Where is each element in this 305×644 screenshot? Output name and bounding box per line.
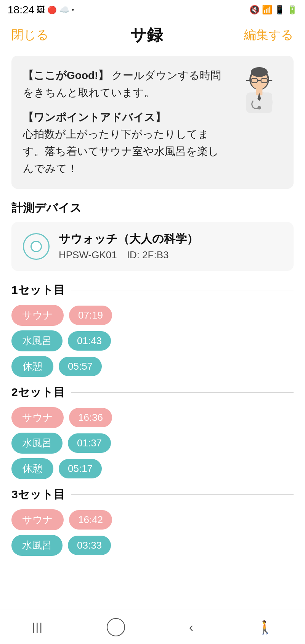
cloud-icon: ☁️ [59,5,69,15]
device-icon-inner [30,241,42,252]
set-title-1: 1セット目 [11,282,65,298]
circle-icon: 🔴 [47,5,57,14]
tag-sauna: サウナ [11,305,64,326]
device-info: サウォッチ（大人の科学） HPSW-GK01 ID: 2F:B3 [59,231,198,262]
bottom-nav: ||| ‹ 🚶 [0,610,305,644]
close-button[interactable]: 閉じる [11,27,49,43]
set-row: サウナ07:19 [11,305,294,326]
set-title-2: 2セット目 [11,385,65,400]
doctor-icon [236,67,282,113]
set-divider-3 [71,494,294,495]
advice-body: 心拍数が上がったり下がったりしてます。落ち着いてサウナ室や水風呂を楽しんでみて！ [23,128,219,174]
set-section-1: 1セット目サウナ07:19水風呂01:43休憩05:57 [11,282,294,377]
set-row: 水風呂03:33 [11,535,294,556]
nav-back-button[interactable]: ||| [32,621,43,634]
dot-icon: • [72,6,74,14]
tag-rest: 休憩 [11,356,53,377]
device-section-label: 計測デバイス [11,200,294,216]
edit-button[interactable]: 編集する [244,27,294,43]
time-badge-rest: 05:17 [59,459,102,478]
device-id: HPSW-GK01 ID: 2F:B3 [59,248,198,262]
tag-water: 水風呂 [11,330,63,351]
time-badge-sauna: 16:36 [69,408,112,427]
set-row: サウナ16:36 [11,407,294,428]
header: 閉じる サ録 編集する [0,18,305,52]
set-section-3: 3セット目サウナ16:42水風呂03:33 [11,487,294,556]
advice-card: 【ここがGood!】 クールダウンする時間をきちんと取れています。 【ワンポイン… [11,56,294,189]
tag-water: 水風呂 [11,433,63,454]
svg-point-2 [251,67,268,77]
set-row: 水風呂01:43 [11,330,294,351]
set-row: 休憩05:17 [11,458,294,479]
time-badge-sauna: 16:42 [69,510,112,530]
set-divider-2 [71,392,294,393]
tag-rest: 休憩 [11,458,53,479]
set-divider-1 [71,290,294,291]
device-icon [23,233,50,260]
set-row: 休憩05:57 [11,356,294,377]
advice-text: 【ここがGood!】 クールダウンする時間をきちんと取れています。 【ワンポイン… [23,67,229,177]
signal-icon: 📱 [274,5,285,15]
nav-home-button[interactable] [107,618,125,636]
wifi-icon: 📶 [262,5,272,15]
photo-icon: 🖼 [37,5,45,15]
set-items-2: サウナ16:36水風呂01:37休憩05:17 [11,407,294,479]
status-icons: 🔇 📶 📱 🔋 [249,5,297,15]
set-row: 水風呂01:37 [11,433,294,454]
set-header-3: 3セット目 [11,487,294,502]
set-title-3: 3セット目 [11,487,65,502]
tag-sauna: サウナ [11,407,64,428]
time-text: 18:24 [8,4,34,16]
set-header-2: 2セット目 [11,385,294,400]
tag-water: 水風呂 [11,535,63,556]
mute-icon: 🔇 [249,5,260,15]
status-time: 18:24 🖼 🔴 ☁️ • [8,4,74,16]
device-card: サウォッチ（大人の科学） HPSW-GK01 ID: 2F:B3 [11,222,294,271]
set-items-3: サウナ16:42水風呂03:33 [11,509,294,556]
set-row: サウナ16:42 [11,509,294,530]
time-badge-sauna: 07:19 [69,306,112,325]
status-bar: 18:24 🖼 🔴 ☁️ • 🔇 📶 📱 🔋 [0,0,305,18]
set-header-1: 1セット目 [11,282,294,298]
set-items-1: サウナ07:19水風呂01:43休憩05:57 [11,305,294,377]
set-section-2: 2セット目サウナ16:36水風呂01:37休憩05:17 [11,385,294,479]
nav-accessibility-button[interactable]: 🚶 [257,620,273,635]
tag-sauna: サウナ [11,509,64,530]
time-badge-rest: 05:57 [59,357,102,376]
advice-label: 【ワンポイントアドバイス】 [23,109,229,126]
device-name: サウォッチ（大人の科学） [59,231,198,247]
nav-forward-button[interactable]: ‹ [189,620,193,634]
time-badge-water: 03:33 [68,536,111,555]
good-label: 【ここがGood!】 [23,69,109,81]
sets-container: 1セット目サウナ07:19水風呂01:43休憩05:572セット目サウナ16:3… [0,282,305,556]
svg-point-12 [257,106,261,109]
time-badge-water: 01:37 [68,433,111,453]
time-badge-water: 01:43 [68,331,111,351]
page-title: サ録 [130,24,163,46]
battery-icon: 🔋 [287,5,297,15]
